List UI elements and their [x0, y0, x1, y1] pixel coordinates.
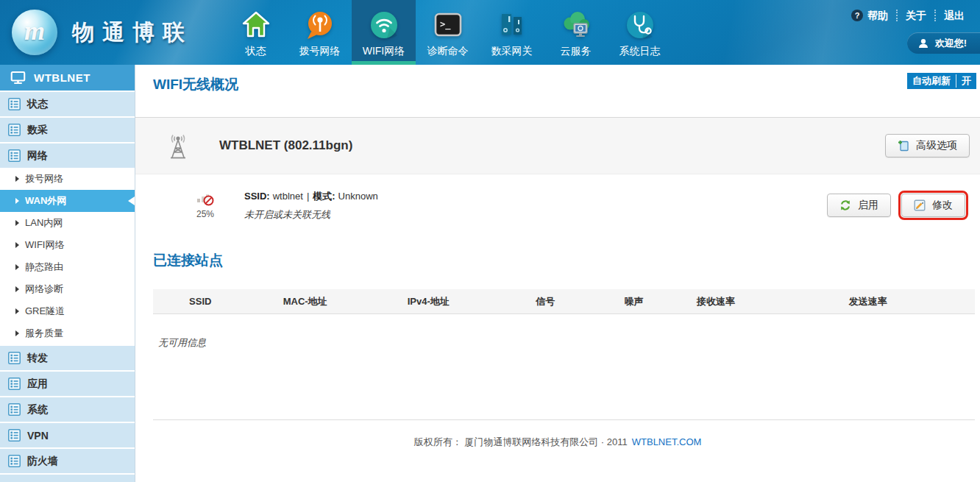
list-icon	[8, 352, 21, 364]
sidebar-item-partial	[0, 475, 135, 482]
top-utility-links: ? 帮助 关于 退出	[843, 10, 973, 21]
footer-divider	[153, 419, 975, 420]
caret-right-icon	[15, 264, 19, 270]
sidebar-item-gre-tunnel[interactable]: GRE隧道	[0, 300, 135, 322]
nav-item-diagnostic-command[interactable]: >_ 诊断命令	[416, 0, 480, 65]
auto-refresh-state: 开	[956, 74, 971, 88]
edit-icon	[914, 199, 926, 211]
advanced-options-button[interactable]: 高级选项	[885, 134, 970, 157]
wifi-radio-row: 25% SSID:wtblnet|模式:Unknown 未开启或未关联无线	[135, 174, 980, 236]
user-icon	[918, 38, 928, 49]
refresh-icon	[839, 199, 851, 211]
nav-item-dial-network[interactable]: 拨号网络	[288, 0, 352, 65]
caret-right-icon	[15, 198, 19, 204]
ssid-info: SSID:wtblnet|模式:Unknown 未开启或未关联无线	[244, 190, 378, 221]
home-icon	[240, 9, 272, 41]
sidebar-item-lan[interactable]: LAN内网	[0, 212, 135, 234]
logout-link[interactable]: 退出	[934, 10, 973, 21]
auto-refresh-toggle[interactable]: 自动刷新 开	[907, 73, 976, 89]
col-signal: 信号	[494, 295, 597, 308]
welcome-pill[interactable]: 欢迎您!	[907, 32, 980, 54]
page-body: WTBLNET 状态 数采 网络 拨号网络 WAN外网	[0, 65, 980, 482]
nav-label: 诊断命令	[427, 45, 469, 58]
ssid-value: wtblnet	[273, 191, 303, 202]
sidebar-item-application[interactable]: 应用	[0, 372, 135, 396]
brand-name: 物通博联	[72, 18, 193, 48]
nav-label: 系统日志	[619, 45, 661, 58]
footer-link[interactable]: WTBLNET.COM	[632, 436, 702, 447]
sidebar-item-forwarding[interactable]: 转发	[0, 346, 135, 370]
connected-stations-title: 已连接站点	[153, 251, 980, 270]
radio-status-text: 未开启或未关联无线	[244, 208, 378, 221]
signal-percent: 25%	[196, 209, 214, 219]
nav-item-system-log[interactable]: 系统日志	[608, 0, 672, 65]
nav-label: 云服务	[561, 45, 592, 58]
sidebar-item-status[interactable]: 状态	[0, 92, 135, 116]
mode-label: 模式:	[313, 191, 335, 202]
sidebar-item-wan[interactable]: WAN外网	[0, 190, 135, 212]
sidebar-item-qos[interactable]: 服务质量	[0, 322, 135, 344]
sidebar-item-vpn[interactable]: VPN	[0, 423, 135, 447]
signal-block: 25%	[190, 191, 221, 219]
sidebar-device-header: WTBLNET	[0, 65, 135, 91]
signal-disabled-icon	[196, 191, 214, 206]
caret-right-icon	[15, 220, 19, 226]
top-navigation: 状态 拨号网络 WI	[224, 0, 672, 65]
nav-label: WIFI网络	[363, 45, 405, 58]
sidebar-item-dial-network[interactable]: 拨号网络	[0, 168, 135, 190]
top-bar: m 物通博联 状态 拨号网络	[0, 0, 980, 65]
mode-value: Unknown	[338, 191, 378, 202]
sidebar-item-static-route[interactable]: 静态路由	[0, 256, 135, 278]
page-add-icon	[898, 140, 909, 152]
no-info-text: 无可用信息	[158, 336, 980, 350]
terminal-icon: >_	[432, 9, 464, 41]
help-icon: ?	[851, 10, 863, 21]
nav-item-data-gateway[interactable]: 数采网关	[480, 0, 544, 65]
copyright-text: 版权所有： 厦门物通博联网络科技有限公司 · 2011	[414, 436, 628, 447]
ssid-line: SSID:wtblnet|模式:Unknown	[244, 190, 378, 203]
list-icon	[8, 403, 21, 416]
pipe-separator: |	[307, 191, 309, 202]
welcome-text: 欢迎您!	[935, 37, 967, 50]
list-icon	[8, 455, 21, 467]
radio-action-buttons: 启用 修改	[827, 194, 970, 217]
dial-network-icon	[304, 9, 336, 41]
router-admin-page: m 物通博联 状态 拨号网络	[0, 0, 980, 482]
nav-item-status[interactable]: 状态	[224, 0, 288, 65]
col-mac: MAC-地址	[247, 295, 362, 308]
col-ipv4: IPv4-地址	[363, 295, 494, 308]
caret-right-icon	[15, 330, 19, 336]
nav-label: 拨号网络	[299, 45, 341, 58]
sidebar-item-wifi-network[interactable]: WIFI网络	[0, 234, 135, 256]
sidebar-item-data-collection[interactable]: 数采	[0, 118, 135, 142]
caret-right-icon	[15, 176, 19, 182]
page-title: WIFI无线概况	[153, 75, 980, 94]
col-rx-rate: 接收速率	[671, 295, 761, 308]
caret-right-icon	[15, 286, 19, 292]
sidebar-item-network-diagnosis[interactable]: 网络诊断	[0, 278, 135, 300]
about-link[interactable]: 关于	[896, 10, 934, 21]
ssid-label: SSID:	[244, 191, 270, 202]
sidebar-item-firewall[interactable]: 防火墙	[0, 449, 135, 473]
stations-table-header: SSID MAC-地址 IPv4-地址 信号 噪声 接收速率 发送速率	[153, 289, 975, 314]
sidebar-item-network[interactable]: 网络	[0, 143, 135, 168]
main-content: WIFI无线概况 自动刷新 开 WTBLNET (802.11bgn)	[135, 65, 980, 482]
modify-button[interactable]: 修改	[901, 194, 965, 217]
enable-button[interactable]: 启用	[827, 194, 891, 217]
nav-item-wifi-network[interactable]: WIFI网络	[352, 0, 416, 65]
col-ssid: SSID	[153, 296, 247, 307]
caret-right-icon	[15, 308, 19, 314]
list-icon	[8, 124, 21, 136]
footer: 版权所有： 厦门物通博联网络科技有限公司 · 2011WTBLNET.COM	[135, 436, 980, 449]
wifi-device-name: WTBLNET (802.11bgn)	[219, 138, 352, 153]
help-link[interactable]: ? 帮助	[843, 10, 896, 21]
list-icon	[8, 429, 21, 442]
monitor-icon	[10, 71, 26, 85]
caret-right-icon	[15, 242, 19, 248]
sidebar-item-system[interactable]: 系统	[0, 397, 135, 422]
wifi-device-header: WTBLNET (802.11bgn) 高级选项	[135, 117, 980, 174]
brand-logo-icon: m	[12, 10, 57, 55]
nav-item-cloud-service[interactable]: 云服务	[544, 0, 608, 65]
col-tx-rate: 发送速率	[761, 295, 975, 308]
list-icon	[8, 149, 21, 162]
